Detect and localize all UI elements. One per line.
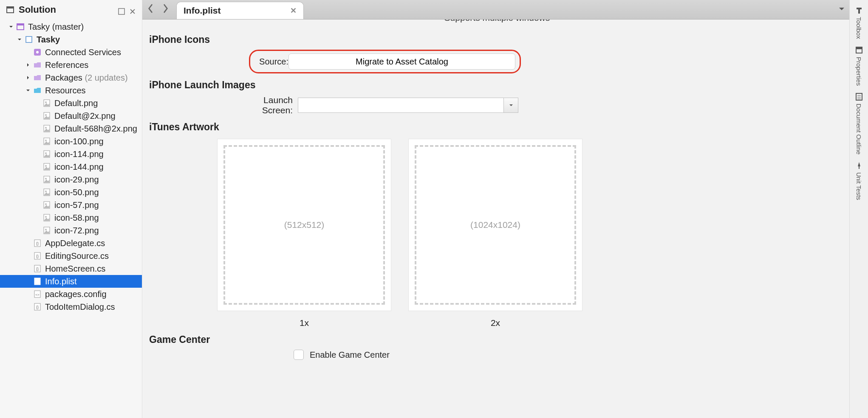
svg-point-16 (45, 152, 47, 154)
tree-file[interactable]: icon-72.png (0, 224, 142, 237)
tree-file[interactable]: {} EditingSource.cs (0, 250, 142, 262)
tree-connected-services[interactable]: Connected Services (0, 46, 142, 59)
enable-game-center-label: Enable Game Center (310, 350, 390, 360)
launch-screen-combo[interactable] (298, 98, 518, 113)
svg-point-28 (45, 229, 47, 230)
source-label: Source: (254, 57, 288, 67)
node-icon: {} (33, 252, 42, 260)
tree-file[interactable]: Info.plist (0, 275, 142, 288)
tree-project[interactable]: Tasky (0, 33, 142, 46)
pad-document outline[interactable]: Document Outline (855, 90, 863, 157)
chevron-right-icon (35, 215, 40, 220)
node-icon (42, 124, 51, 133)
tree-file[interactable]: {} HomeScreen.cs (0, 262, 142, 275)
tree-file[interactable]: Default.png (0, 97, 142, 109)
chevron-right-icon (35, 190, 40, 195)
chevron-down-icon[interactable] (25, 88, 31, 93)
tree-file[interactable]: {} AppDelegate.cs (0, 237, 142, 250)
chevron-right-icon (35, 202, 40, 208)
svg-rect-37 (35, 281, 40, 282)
section-launch-images: iPhone Launch Images (149, 79, 843, 91)
artwork-2x-dropzone[interactable]: (1024x1024) (408, 139, 582, 311)
node-icon (42, 99, 51, 107)
section-iphone-icons: iPhone Icons (149, 34, 843, 45)
tab-info-plist[interactable]: Info.plist ✕ (176, 2, 304, 19)
tree-item-label: AppDelegate.cs (45, 238, 105, 248)
nav-back-icon[interactable] (147, 4, 154, 15)
solution-pad: Solution Tasky (master) Tasky Connected … (0, 0, 142, 418)
chevron-right-icon (35, 126, 40, 131)
pad-properties[interactable]: Properties (855, 43, 863, 88)
chevron-down-icon[interactable] (17, 37, 22, 42)
tree-file[interactable]: icon-57.png (0, 199, 142, 211)
tree-file[interactable]: Default-568h@2x.png (0, 122, 142, 135)
chevron-right-icon (35, 151, 40, 157)
tree-file[interactable]: {} TodoItemDialog.cs (0, 300, 142, 313)
tree-file[interactable]: Default@2x.png (0, 109, 142, 122)
tree-file[interactable]: icon-58.png (0, 211, 142, 224)
pad-unit tests[interactable]: Unit Tests (855, 159, 863, 203)
tree-item-label: HomeScreen.cs (45, 264, 105, 274)
node-icon (42, 163, 51, 171)
node-icon (42, 150, 51, 158)
tree-item-label: icon-144.png (54, 162, 104, 172)
svg-rect-49 (859, 166, 860, 169)
tree-file[interactable]: icon-29.png (0, 173, 142, 186)
tree-item-label: icon-57.png (54, 200, 99, 210)
tree-resources[interactable]: Resources (0, 84, 142, 97)
chevron-right-icon[interactable] (25, 75, 31, 80)
section-itunes-artwork: iTunes Artwork (149, 121, 843, 133)
tree-file[interactable]: icon-114.png (0, 148, 142, 160)
tree-item-label: Default.png (54, 98, 98, 108)
tree-item-label: TodoItemDialog.cs (45, 302, 115, 312)
nav-forward-icon[interactable] (162, 4, 170, 15)
chevron-right-icon (35, 164, 40, 169)
autohide-icon[interactable] (118, 6, 125, 13)
launch-screen-input[interactable] (298, 98, 504, 113)
chevron-down-icon[interactable] (8, 24, 14, 29)
pad-icon (855, 93, 863, 101)
svg-text:{}: {} (36, 241, 39, 246)
artwork-row: (512x512) 1x (1024x1024) 2x (217, 139, 843, 328)
node-icon (42, 137, 51, 146)
tree-item-label: icon-29.png (54, 175, 99, 185)
tree-item-label: icon-58.png (54, 213, 99, 223)
migrate-to-asset-catalog-button[interactable]: Migrate to Asset Catalog (288, 53, 515, 70)
chevron-right-icon (35, 113, 40, 118)
node-icon (42, 226, 51, 235)
tree-item-label: icon-114.png (54, 149, 104, 159)
svg-point-24 (45, 203, 47, 205)
tree-references[interactable]: References (0, 59, 142, 71)
node-icon (42, 188, 51, 196)
svg-rect-2 (119, 8, 124, 14)
tree-file[interactable]: icon-100.png (0, 135, 142, 148)
chevron-right-icon[interactable] (25, 62, 31, 67)
chevron-down-icon[interactable] (504, 98, 518, 113)
pad-toolbox[interactable]: Toolbox (855, 3, 863, 42)
close-icon[interactable] (129, 6, 136, 13)
editor-area: Info.plist ✕ Supports multiple windows i… (142, 0, 849, 418)
tree-item-label: Tasky (master) (28, 22, 84, 32)
svg-rect-4 (17, 24, 24, 25)
svg-point-10 (45, 114, 47, 116)
source-highlight: Source: Migrate to Asset Catalog (249, 50, 521, 73)
node-icon (42, 175, 51, 184)
tree-solution-root[interactable]: Tasky (master) (0, 20, 142, 33)
tab-close-icon[interactable]: ✕ (282, 6, 297, 15)
node-icon (33, 86, 42, 95)
artwork-1x-dropzone[interactable]: (512x512) (217, 139, 391, 311)
tree-file[interactable]: icon-144.png (0, 160, 142, 173)
tree-file[interactable]: <> packages.config (0, 288, 142, 300)
node-icon (42, 112, 51, 120)
node-icon (33, 48, 42, 56)
svg-rect-36 (35, 279, 40, 280)
enable-game-center-checkbox[interactable] (294, 350, 304, 360)
svg-rect-44 (856, 47, 862, 49)
svg-point-18 (45, 165, 47, 167)
solution-tree[interactable]: Tasky (master) Tasky Connected Services … (0, 20, 142, 313)
chevron-right-icon (35, 228, 40, 233)
tree-packages[interactable]: Packages (2 updates) (0, 71, 142, 84)
tab-overflow-icon[interactable] (838, 5, 845, 14)
tree-file[interactable]: icon-50.png (0, 186, 142, 199)
solution-pad-title: Solution (19, 4, 56, 15)
